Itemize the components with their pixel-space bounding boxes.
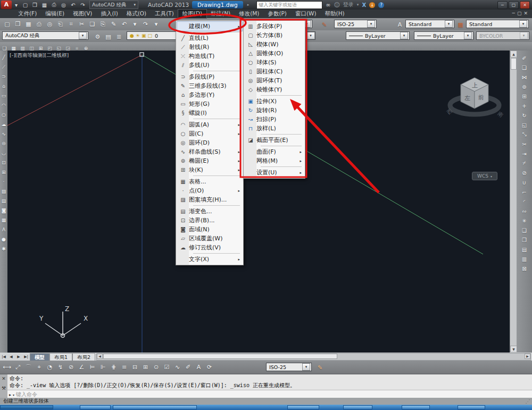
ordinate-icon[interactable]: ⌖: [34, 363, 44, 372]
layer-color-swatch[interactable]: □: [147, 33, 152, 38]
next-tab-button[interactable]: ▶: [15, 355, 22, 359]
dim-style-combo-bottom[interactable]: ISO-25 ▾: [266, 363, 312, 371]
layer-properties-icon[interactable]: ≣: [114, 32, 124, 41]
command-close-icon[interactable]: ✕: [2, 376, 6, 381]
dropdown-arrow-icon[interactable]: ▾: [134, 3, 136, 7]
menu-bar-item[interactable]: 文件(F): [14, 10, 41, 18]
paste-icon[interactable]: ⎘: [98, 20, 108, 29]
menu-item[interactable]: ◇ 棱锥体(Y): [245, 85, 304, 94]
logo-dropdown-icon[interactable]: ▾: [12, 1, 21, 9]
linear-dimension-icon[interactable]: ⟷: [2, 363, 12, 372]
close-button[interactable]: ✕: [520, 1, 530, 9]
menu-item[interactable]: ⤫ 构造线(T): [177, 52, 242, 61]
exchange-icon[interactable]: X: [362, 2, 366, 8]
dropdown-arrow-icon[interactable]: ▾: [445, 20, 453, 28]
save-icon[interactable]: ▦: [23, 20, 34, 29]
menu-item[interactable]: ◎ 圆环体(T): [245, 76, 304, 85]
offset-icon[interactable]: ⊚: [519, 82, 530, 91]
taskbar-segment[interactable]: [402, 405, 430, 409]
preview-icon[interactable]: ◎: [59, 1, 68, 9]
command-prompt-icon[interactable]: ▸: [9, 392, 11, 397]
line-icon[interactable]: ╱: [1, 54, 7, 61]
gradient-icon[interactable]: ▤: [1, 197, 7, 205]
menu-item[interactable]: ▦ 表格...: [177, 177, 242, 186]
layer-freeze-sun-icon[interactable]: ☀: [136, 33, 140, 38]
last-tab-button[interactable]: ▶|: [22, 355, 30, 359]
horizontal-scrollbar[interactable]: ◀ ▶: [96, 353, 531, 361]
new-icon[interactable]: ▢: [21, 1, 30, 9]
extra-tool-icon[interactable]: ●: [1, 236, 7, 243]
red-polyline-segment[interactable]: [7, 55, 142, 125]
doc-restore-button[interactable]: ▢: [517, 11, 522, 16]
arc-length-icon[interactable]: ⌒: [23, 363, 34, 372]
copy-clip-icon[interactable]: ❏: [87, 20, 97, 29]
menu-item[interactable]: ✎ 三维多段线(3): [177, 81, 242, 90]
layout-tab[interactable]: 模型: [30, 353, 49, 361]
workspace-combo-titlebar[interactable]: AutoCAD 经典 ▾: [89, 1, 138, 9]
resize-grip-icon[interactable]: ⋰: [526, 398, 531, 404]
diameter-icon[interactable]: ⊘: [66, 363, 76, 372]
viewport-tool-icon[interactable]: ⌗: [72, 45, 81, 53]
menu-item[interactable]: ⊡ 边界(B)...: [177, 216, 242, 225]
taskbar-segment[interactable]: [80, 405, 111, 409]
menu-item[interactable]: ☁ 修订云线(V): [177, 243, 242, 252]
ellipse-icon[interactable]: ⊜: [1, 140, 7, 147]
gear-icon[interactable]: ⚙: [93, 32, 103, 41]
command-tools-icon[interactable]: ⚒: [2, 386, 6, 391]
chamfer-icon[interactable]: ⌐: [519, 188, 530, 196]
stretch-icon[interactable]: ⤡: [519, 130, 530, 139]
hatch-icon[interactable]: ▨: [1, 188, 7, 195]
region-icon[interactable]: ◙: [1, 207, 7, 214]
blend-curves-icon[interactable]: ∾: [519, 207, 530, 215]
dropdown-arrow-icon[interactable]: ▾: [79, 32, 87, 39]
communication-center-icon[interactable]: ↓: [369, 2, 375, 8]
menu-bar-item[interactable]: 工具(T): [151, 10, 178, 18]
menu-item[interactable]: ◪ 截面平面(E): [245, 136, 304, 145]
linetype-combo[interactable]: ByLayer ▾: [346, 31, 410, 40]
radius-icon[interactable]: ◔: [45, 363, 55, 372]
viewport-tool-icon[interactable]: ▦: [9, 45, 18, 52]
dropdown-arrow-icon[interactable]: ▾: [307, 32, 315, 39]
redo-icon[interactable]: ↷: [140, 20, 151, 29]
color-combo-end[interactable]: ▾: [306, 31, 315, 40]
dim-edit-icon[interactable]: ✐: [183, 363, 193, 372]
send-to-back-icon[interactable]: ❐: [519, 236, 530, 244]
save-icon[interactable]: ▦: [40, 1, 49, 9]
ellipse-arc-icon[interactable]: ◡: [1, 149, 7, 157]
menu-bar-item[interactable]: 插入(I): [96, 10, 122, 18]
viewport-tool-icon[interactable]: ⊞: [36, 45, 45, 52]
open-icon[interactable]: ❒: [30, 1, 39, 9]
menu-item[interactable]: ◙ 面域(N): [177, 225, 242, 234]
arc-icon[interactable]: ◠: [1, 102, 7, 109]
aligned-dimension-icon[interactable]: ⤢: [13, 363, 23, 372]
windows-taskbar[interactable]: [0, 405, 532, 410]
menu-item[interactable]: ▢ 长方体(B): [245, 31, 304, 40]
baseline-icon[interactable]: ⊩: [98, 363, 108, 372]
new-icon[interactable]: ▢: [2, 20, 12, 29]
taskbar-segment[interactable]: [458, 405, 485, 409]
revcloud-icon[interactable]: ☁: [1, 121, 7, 128]
text-to-front-icon[interactable]: ⊠: [519, 264, 530, 273]
erase-icon[interactable]: ✐: [519, 54, 530, 62]
viewport-tool-icon[interactable]: ◲: [63, 45, 72, 52]
menu-item[interactable]: 曲面(F) ▸: [245, 147, 304, 156]
cut-icon[interactable]: ✂: [77, 20, 87, 29]
dropdown-arrow-icon[interactable]: ▾: [400, 32, 408, 39]
tolerance-icon[interactable]: ⊞: [140, 363, 151, 372]
dropdown-arrow-icon[interactable]: ▾: [464, 32, 472, 39]
circle-icon[interactable]: ○: [1, 111, 7, 119]
3d-print-icon[interactable]: ⌗: [66, 20, 76, 29]
trim-icon[interactable]: ✂: [519, 140, 530, 148]
menu-bar-item[interactable]: 编辑(E): [41, 10, 69, 18]
menu-bar-item[interactable]: 窗口(W): [291, 10, 321, 18]
doc-close-button[interactable]: ✕: [523, 11, 528, 16]
wcs-dropdown[interactable]: WCS ▾: [472, 172, 497, 180]
open-icon[interactable]: ❒: [13, 20, 23, 29]
menu-item[interactable]: · 点(O) ▸: [177, 186, 242, 195]
dim-style-icon[interactable]: ✎: [319, 20, 329, 29]
taskbar-segment[interactable]: [287, 405, 319, 409]
point-icon[interactable]: ·: [1, 178, 7, 186]
dim-break-icon[interactable]: ⊟: [130, 363, 140, 372]
continue-icon[interactable]: ⋕: [109, 363, 119, 372]
send-under-icon[interactable]: ▥: [519, 255, 530, 263]
